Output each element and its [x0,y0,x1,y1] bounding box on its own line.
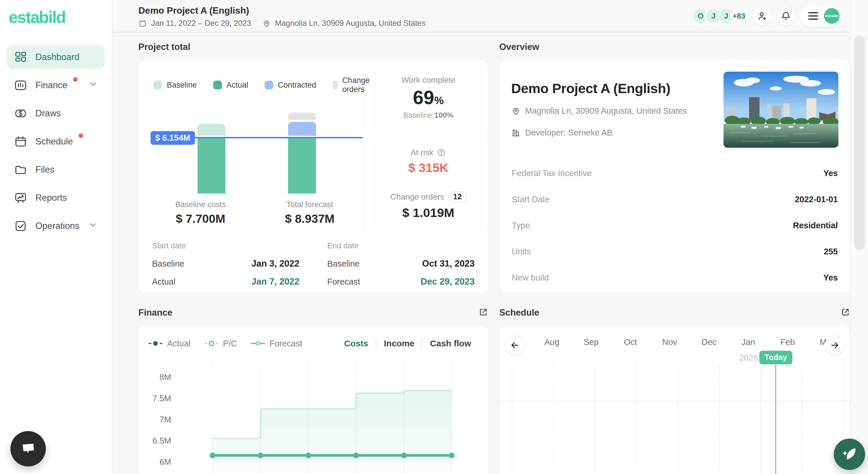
schedule-expand-button[interactable] [840,307,850,318]
forecast-series-icon [250,340,266,347]
sidebar-item-schedule[interactable]: Schedule [7,130,105,154]
calendar-icon [138,19,147,28]
date-row-value: Dec 29, 2023 [421,277,475,287]
legend-label: Baseline [167,81,197,90]
at-risk-label: At risk [411,148,433,157]
sidebar: estabild Dashboard Finance $ Draws [0,0,112,474]
bar-total: $ 8.937M [255,212,365,226]
sidebar-item-label: Dashboard [35,52,80,62]
schedule-section: Schedule AugSepOctNovDecJanFebMar 2026 T… [499,306,850,474]
right-column: Overview Demo Project A (English) Magnol… [499,41,850,474]
checkbox-icon [14,219,27,233]
overview-title: Overview [499,42,539,52]
legend-swatch [333,81,338,89]
bar-segment-actual [197,138,225,193]
finance-title: Finance [138,308,172,318]
brand-logo: estabild [9,7,112,27]
overview-card: Demo Project A (English) Magnolia Ln, 30… [499,60,850,293]
timeline-year-gridline [761,367,761,474]
bar-segment-baseline [197,124,225,136]
project-dates: Start date Baseline Jan 3, 2022 Actual J… [146,231,481,294]
sidebar-item-draws[interactable]: $ Draws [7,101,105,125]
sidebar-item-label: Draws [35,108,61,119]
svg-text:8M: 8M [160,373,171,382]
svg-text:$: $ [19,109,23,117]
detail-row: Start Date 2022-01-01 [511,187,838,213]
external-link-icon [840,307,850,317]
legend-item-change-orders: Change orders [333,76,373,94]
sidebar-item-label: Finance [35,80,67,91]
sidebar-item-finance[interactable]: Finance [7,73,105,97]
tab-cash-flow[interactable]: Cash flow [423,339,479,348]
svg-text:6M: 6M [160,457,171,467]
chevron-down-icon [88,220,98,232]
overview-location: Magnolia Ln, 30909 Augusta, United State… [525,106,687,116]
timeline-prev-button[interactable] [505,336,525,355]
timeline-next-button[interactable] [825,336,844,355]
sidebar-item-reports[interactable]: Reports [7,186,105,210]
chat-button[interactable] [10,431,46,467]
date-row-value: Oct 31, 2023 [422,258,475,269]
timeline-gridline [802,367,803,474]
project-total-title: Project total [138,42,190,52]
actual-threshold-label: $ 6.154M [151,131,195,145]
arrow-right-icon [830,340,840,350]
legend-label: Contracted [278,81,316,90]
finance-notification-dot [73,77,78,82]
bar-label: Baseline costs [146,200,255,209]
sidebar-item-operations[interactable]: Operations [7,214,105,238]
svg-text:6.5M: 6.5M [153,436,171,445]
invite-user-button[interactable] [753,7,771,25]
work-complete-value: 69% [376,87,481,108]
person-add-icon [757,11,767,21]
sidebar-item-dashboard[interactable]: Dashboard [7,45,105,69]
tab-income[interactable]: Income [376,339,422,348]
top-header: Demo Project A (English) Jan 11, 2022 – … [113,0,868,32]
finance-section: Finance Actual P/C [138,306,488,474]
actual-series-icon [148,340,163,347]
feather-plus-icon [841,446,858,463]
header-actions: O J J +83 estabild [692,5,868,26]
detail-label: Federal Tax Incentive [512,168,592,178]
detail-row: Federal Tax Incentive Yes [511,160,838,187]
timeline-gridline [512,367,512,474]
overview-info: Demo Project A (English) Magnolia Ln, 30… [511,72,687,148]
left-column: Project total Baseline Actual [138,41,488,474]
legend-label: Actual [167,339,191,348]
map-pin-icon [511,106,521,116]
detail-label: Type [512,221,530,230]
svg-text:7.5M: 7.5M [153,393,171,403]
schedule-month-label: Aug [544,337,559,347]
avatar-overflow-count[interactable]: +83 [731,7,747,24]
detail-label: Units [512,247,531,256]
schedule-title: Schedule [499,308,539,318]
finance-card: Actual P/C Forecast Costs [138,325,488,474]
work-complete-baseline: Baseline 100% [376,111,481,120]
scrollbar-thumb[interactable] [854,35,865,250]
finance-expand-button[interactable] [478,307,488,318]
detail-value: Yes [823,168,838,178]
bell-icon [781,11,791,21]
notifications-button[interactable] [777,7,795,25]
legend-item-contracted: Contracted [265,81,316,90]
date-row-name: Forecast [327,277,360,287]
bar-label: Total forecast [255,200,365,209]
detail-value: Yes [823,273,838,283]
help-icon[interactable] [437,148,446,157]
timeline-gridline [719,367,720,474]
detail-value: Residential [793,221,838,230]
chat-bubble-icon [19,440,37,458]
work-complete-card: Work complete 69% Baseline 100% [376,67,481,132]
bar-segment-actual [288,138,316,193]
divider [385,183,472,183]
sidebar-item-files[interactable]: Files [7,158,105,182]
detail-label: New build [512,273,549,283]
tab-costs[interactable]: Costs [337,339,376,348]
workspace-menu-button[interactable]: estabild [801,5,842,26]
create-note-button[interactable] [834,439,865,470]
change-orders-label: Change orders [391,192,444,201]
bar-total: $ 7.700M [146,212,255,226]
today-line [775,365,776,474]
overview-project-name: Demo Project A (English) [511,81,687,96]
at-risk-card: At risk $ 315K Change orders 12 $ 1.019M [376,139,481,230]
